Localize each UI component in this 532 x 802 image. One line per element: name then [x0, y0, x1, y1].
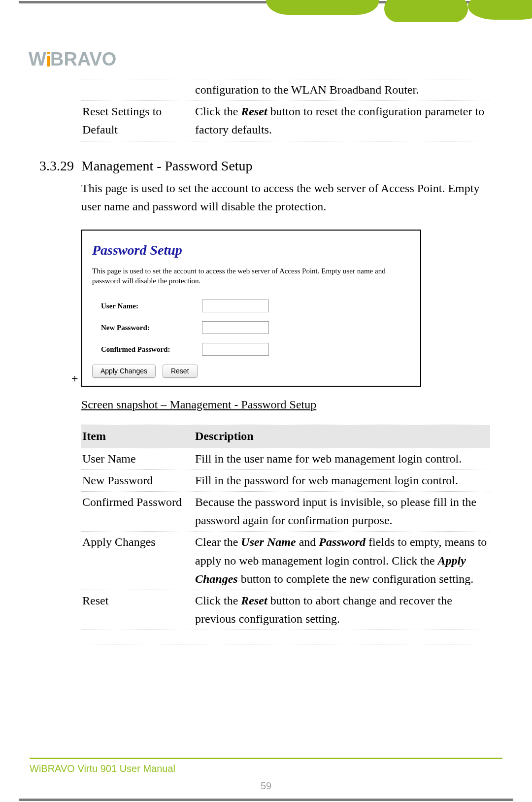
brand-i: i: [46, 44, 49, 75]
table-row: New Password Fill in the password for we…: [81, 469, 490, 491]
snapshot-label-newpassword: New Password:: [101, 322, 202, 334]
text-bold: Reset: [241, 105, 267, 118]
snapshot-row-confirm: Confirmed Password:: [101, 343, 410, 356]
snapshot-label-username: User Name:: [101, 301, 202, 312]
col-description: Description: [194, 425, 490, 448]
snapshot-row-newpassword: New Password:: [101, 321, 410, 334]
scan-bar-bottom: [19, 799, 513, 801]
text-span: button to complete the new configuration…: [238, 572, 474, 585]
cell-item: Confirmed Password: [81, 491, 194, 531]
snapshot-marker: +: [71, 369, 78, 388]
section-heading: 3.3.29Management - Password Setup: [81, 155, 490, 176]
header-blob-1: [266, 0, 379, 15]
confirmed-password-input[interactable]: [202, 343, 269, 356]
prev-row-item: Reset Settings to Default: [81, 101, 194, 141]
section-number: 3.3.29: [39, 155, 81, 176]
text-span: Click the: [195, 594, 241, 607]
section-end-rule: [81, 644, 490, 644]
snapshot-label-confirm: Confirmed Password:: [101, 344, 202, 355]
cell-item: Reset: [81, 590, 194, 630]
cell-item: New Password: [81, 469, 194, 491]
cell-item: User Name: [81, 448, 194, 469]
section-title: Management - Password Setup: [81, 158, 253, 173]
description-table: Item Description User Name Fill in the u…: [81, 425, 490, 630]
section-intro: This page is used to set the account to …: [81, 179, 490, 216]
cell-desc: Fill in the user name for web management…: [194, 448, 490, 469]
cell-desc: Because the password input is invisible,…: [194, 491, 490, 531]
brand-logo: WiBRAVO: [29, 44, 116, 75]
prev-row-desc: Click the Reset button to reset the conf…: [194, 101, 490, 141]
footer-text: WiBRAVO Virtu 901 User Manual: [30, 761, 175, 776]
screenshot-caption: Screen snapshot – Management - Password …: [81, 396, 490, 414]
username-input[interactable]: [202, 300, 269, 312]
text-span: Clear the: [195, 535, 241, 548]
col-item: Item: [81, 425, 194, 448]
table-row: User Name Fill in the user name for web …: [81, 448, 490, 469]
cell-desc: Clear the User Name and Password fields …: [194, 532, 490, 590]
cell-desc: Click the Reset button to abort change a…: [194, 590, 490, 630]
header-blob-3: [468, 0, 532, 20]
snapshot-row-username: User Name:: [101, 300, 410, 312]
cell-desc: Fill in the password for web management …: [194, 469, 490, 491]
table-row: Reset Click the Reset button to abort ch…: [81, 590, 490, 630]
table-row: Apply Changes Clear the User Name and Pa…: [81, 532, 490, 590]
new-password-input[interactable]: [202, 321, 269, 334]
screenshot-panel: Password Setup This page is used to set …: [81, 230, 421, 387]
text-span: Click the: [195, 105, 241, 118]
table-row: Confirmed Password Because the password …: [81, 491, 490, 531]
snapshot-desc: This page is used to set the account to …: [92, 266, 410, 286]
reset-button[interactable]: Reset: [163, 365, 198, 378]
brand-w: W: [29, 49, 46, 69]
text-span: and: [296, 535, 319, 548]
header-blob-2: [384, 0, 468, 22]
text-bold: Reset: [241, 594, 267, 607]
page-content: configuration to the WLAN Broadband Rout…: [81, 79, 490, 644]
text-bold: User Name: [241, 535, 296, 548]
text-bold: Password: [319, 535, 366, 548]
previous-section-table-fragment: configuration to the WLAN Broadband Rout…: [81, 79, 490, 141]
brand-rest: BRAVO: [50, 49, 116, 69]
apply-changes-button[interactable]: Apply Changes: [92, 365, 156, 378]
prev-row-frag: configuration to the WLAN Broadband Rout…: [194, 79, 490, 101]
page-number: 59: [0, 778, 532, 794]
cell-item: Apply Changes: [81, 532, 194, 590]
snapshot-buttons: Apply Changes Reset: [92, 365, 410, 378]
footer-rule: [30, 758, 502, 759]
snapshot-title: Password Setup: [92, 239, 410, 261]
